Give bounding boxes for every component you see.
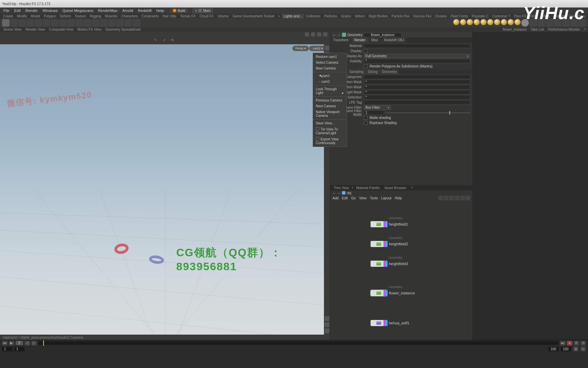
pane-tab-flower[interactable]: flower_instance [502,27,528,32]
net-layout-icon[interactable] [438,196,443,200]
render-tab-geometry[interactable]: Geometry [380,70,399,74]
shelf-tab[interactable]: Fluid Conta [449,14,470,18]
tool-lsystem[interactable] [100,19,108,27]
tab-redshift[interactable]: Redshift OBJ [381,37,407,43]
back-icon[interactable]: ← [332,191,336,195]
timeline-track[interactable] [38,341,559,345]
shelf-tab[interactable]: Characters [119,14,140,18]
shelf-tab[interactable]: Cartooner T [491,14,512,18]
tool-grid[interactable] [35,19,42,27]
pane-tab-geospread[interactable]: Geometry Spreadsheet [104,27,142,32]
dd-cam1[interactable]: ○ cam1 [313,73,346,79]
shelf-tab[interactable]: Polygon [42,14,58,18]
shelf-tab[interactable]: Lights and... [282,14,304,18]
shelf-tab[interactable]: Game Development Toolset [231,14,276,18]
dd-save-view[interactable]: Save View... [313,120,346,126]
shelf-tab[interactable]: Hair Utils [161,14,178,18]
net-menu-go[interactable]: Go [351,196,356,200]
shelf-tab[interactable]: Constraints [140,14,161,18]
sky-light-icon[interactable] [494,19,500,25]
tool-sphere[interactable] [10,19,18,27]
matte-checkbox[interactable] [364,116,368,120]
tool-tube[interactable] [18,19,26,27]
node-name-label[interactable]: flower_instance [364,33,402,37]
set-key-btn[interactable]: K [574,341,579,346]
vp-link-icon[interactable] [311,32,315,36]
menu-redshift[interactable]: Redshift [136,8,153,13]
shelf-tab[interactable]: Terrain FX [178,14,197,18]
shelf-tab[interactable]: Collisions [304,14,322,18]
persp-button[interactable]: Persp ▾ [292,46,309,51]
net-layout-icon[interactable] [449,196,454,200]
net-tab-treeview[interactable]: Tree View [332,186,351,190]
first-frame-btn[interactable]: ⏮ [2,341,7,346]
play-btn[interactable]: ▶ [9,341,14,346]
3d-viewport[interactable]: Persp ▾ cam2 ▾ 微信号: kymkym520 CG领航（QQ群）：… [0,44,330,335]
frame-start[interactable]: 1 [2,347,12,351]
back-icon[interactable]: ← [332,33,336,37]
shelf-tab[interactable]: Particle Flui [390,14,411,18]
tab-transform[interactable]: Transform [330,37,351,43]
lpe-tag-field[interactable] [364,100,470,105]
net-layout-icon[interactable] [466,196,470,200]
vp-disp-icon[interactable] [325,46,329,50]
shelf-tab[interactable]: Volume [216,14,230,18]
render-tab-sampling[interactable]: Sampling [347,70,366,74]
shelf-tab[interactable]: Cloud FX [198,14,215,18]
network-canvas[interactable]: Geometry heightfield1 Geometry heightfie… [330,201,472,340]
shelf-tab[interactable]: Texture [73,14,88,18]
menu-arnold[interactable]: Arnold [120,8,135,13]
dd-look-through-light[interactable]: Look Through Light▸ [313,86,346,96]
pane-tab-composite[interactable]: Composite View [48,27,75,32]
node-flower-instance[interactable]: Geometry flower_instance [371,290,415,296]
vp-snapshot-icon[interactable] [323,32,327,36]
tool-spray[interactable] [125,19,132,27]
dd-cam2[interactable]: ○ cam2 [313,79,346,85]
plus-icon[interactable]: + [584,27,586,32]
pane-tab-perfmon[interactable]: Performance Monitor [547,27,581,32]
auto-update-btn[interactable]: ↻ [581,347,586,351]
rotate-tool-icon[interactable]: ⟲ [171,38,176,43]
vp-disp-icon[interactable] [325,316,329,321]
build-button[interactable]: Build [170,9,188,13]
tool-torus[interactable] [27,19,34,27]
net-menu-tools[interactable]: Tools [370,196,378,200]
net-tab-matpalette[interactable]: Material Palette [354,186,381,190]
light-mask-field[interactable]: * [364,90,470,94]
net-path-label[interactable]: obj [347,191,351,195]
node-heightfield1[interactable]: Geometry heightfield1 [371,221,408,227]
last-frame-btn[interactable]: ⏭ [560,341,566,346]
node-heightfield2[interactable]: Geometry heightfield2 [371,241,408,247]
prev-key-btn[interactable]: ◁ [24,341,30,346]
frame-end[interactable]: 100 [561,347,571,351]
spot-light-icon[interactable] [460,19,466,25]
pane-tab-takelist[interactable]: Take List [529,27,545,32]
shelf-tab[interactable]: Create [1,14,15,18]
raytrace-checkbox[interactable] [364,121,368,125]
net-menu-layout[interactable]: Layout [381,196,391,200]
shelf-tab[interactable]: Rigging [88,14,103,18]
tool-platonic[interactable] [116,19,124,27]
reflect-mask-field[interactable]: * [364,80,470,84]
torus-object-2[interactable] [149,255,165,265]
dd-new-camera[interactable]: New Camera [313,65,346,71]
selection-field[interactable]: * [364,95,470,99]
menu-file[interactable]: File [1,8,12,13]
refract-mask-field[interactable]: * [364,85,470,89]
net-layout-icon[interactable] [444,196,448,200]
plus-icon[interactable]: + [411,186,413,190]
display-checkbox[interactable] [364,49,368,53]
menu-render[interactable]: Render [23,8,40,13]
pane-tab-sceneview[interactable]: Scene View [2,27,23,32]
select-tool-icon[interactable]: ↖ [154,38,159,43]
volume-width-slider[interactable] [386,112,470,113]
tool-box[interactable] [2,19,10,27]
torus-object-1[interactable] [114,243,130,255]
tool-null[interactable] [43,19,50,27]
node-heightfield3[interactable]: Geometry heightfield3 [371,261,408,267]
net-menu-edit[interactable]: Edit [342,196,348,200]
volume-filter-dropdown[interactable]: Box Filter [364,105,391,110]
tab-misc[interactable]: Misc [369,37,381,43]
shelf-tab[interactable]: Populate C [470,14,490,18]
dd-prev-camera[interactable]: Previous Camera [313,97,346,103]
